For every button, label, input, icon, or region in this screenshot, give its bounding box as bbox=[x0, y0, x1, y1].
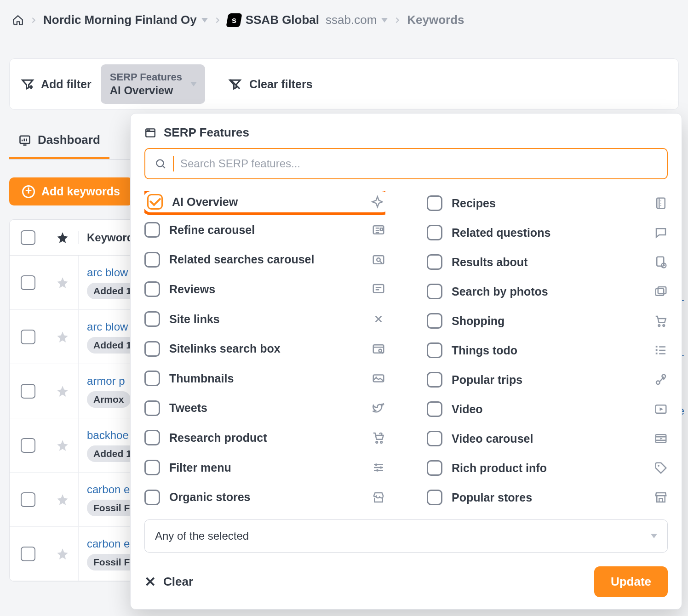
serp-option[interactable]: Filter menu bbox=[144, 456, 385, 480]
keyword-link[interactable]: arc blow bbox=[87, 266, 128, 279]
serp-option[interactable]: Popular stores bbox=[427, 485, 668, 509]
option-checkbox[interactable] bbox=[427, 490, 442, 505]
option-checkbox[interactable] bbox=[427, 254, 442, 270]
option-checkbox[interactable] bbox=[144, 430, 160, 445]
select-all-checkbox[interactable] bbox=[21, 230, 35, 245]
row-star-button[interactable] bbox=[46, 418, 79, 472]
option-checkbox[interactable] bbox=[427, 313, 442, 329]
option-checkbox[interactable] bbox=[144, 460, 160, 475]
serp-option[interactable]: Search by photos bbox=[427, 279, 668, 303]
keyword-link[interactable]: carbon e bbox=[87, 483, 130, 496]
serp-option[interactable]: Rich product info bbox=[427, 456, 668, 480]
match-mode-label: Any of the selected bbox=[155, 530, 249, 542]
keyword-tag[interactable]: Armox bbox=[87, 391, 131, 408]
breadcrumb-domain[interactable]: ssab.com bbox=[326, 13, 388, 27]
option-checkbox[interactable] bbox=[144, 281, 160, 297]
svg-point-3 bbox=[149, 130, 149, 130]
serp-option[interactable]: Reviews bbox=[144, 277, 385, 302]
option-checkbox[interactable] bbox=[144, 341, 160, 357]
serp-option[interactable]: Sitelinks search box bbox=[144, 337, 385, 361]
row-star-button[interactable] bbox=[46, 364, 79, 418]
star-icon bbox=[56, 231, 69, 244]
option-checkbox[interactable] bbox=[427, 225, 442, 240]
serp-option[interactable]: Popular trips bbox=[427, 368, 668, 392]
option-label: Tweets bbox=[169, 401, 207, 415]
option-checkbox[interactable] bbox=[427, 431, 442, 446]
row-checkbox[interactable] bbox=[21, 438, 35, 453]
row-star-button[interactable] bbox=[46, 473, 79, 526]
serp-option[interactable]: Video bbox=[427, 397, 668, 421]
filter-chip-serp-features[interactable]: SERP Features AI Overview bbox=[101, 64, 205, 104]
option-checkbox[interactable] bbox=[144, 252, 160, 268]
row-star-button[interactable] bbox=[46, 527, 79, 581]
option-checkbox[interactable] bbox=[144, 400, 160, 416]
popover-update-button[interactable]: Update bbox=[594, 566, 668, 597]
star-column-header[interactable] bbox=[46, 231, 79, 244]
row-checkbox[interactable] bbox=[21, 492, 35, 507]
option-checkbox[interactable] bbox=[427, 401, 442, 417]
option-checkbox[interactable] bbox=[427, 372, 442, 388]
match-mode-select[interactable]: Any of the selected bbox=[144, 519, 668, 553]
row-checkbox[interactable] bbox=[21, 384, 35, 399]
serp-option[interactable]: Related questions bbox=[427, 221, 668, 245]
serp-search-input[interactable] bbox=[180, 157, 658, 170]
serp-option[interactable]: Tweets bbox=[144, 396, 385, 421]
breadcrumb-org[interactable]: Nordic Morning Finland Oy bbox=[43, 13, 208, 27]
serp-option[interactable]: AI Overview bbox=[144, 191, 385, 215]
serp-option[interactable]: Site links bbox=[144, 307, 385, 331]
option-checkbox[interactable] bbox=[147, 194, 163, 210]
bird-icon bbox=[372, 401, 385, 415]
add-filter-button[interactable]: Add filter bbox=[21, 77, 92, 91]
option-checkbox[interactable] bbox=[427, 195, 442, 211]
option-label: Thumbnails bbox=[169, 372, 234, 385]
popover-update-label: Update bbox=[611, 575, 651, 588]
keyword-link[interactable]: backhoe bbox=[87, 429, 129, 441]
serp-option[interactable]: Video carousel bbox=[427, 427, 668, 451]
option-checkbox[interactable] bbox=[427, 284, 442, 299]
serp-option[interactable]: Related searches carousel bbox=[144, 248, 385, 272]
breadcrumb-project-label: SSAB Global bbox=[246, 13, 319, 27]
row-star-button[interactable] bbox=[46, 256, 79, 309]
list-icon bbox=[654, 343, 668, 357]
chevron-icon bbox=[30, 17, 37, 23]
serp-option[interactable]: Organic stores bbox=[144, 485, 385, 509]
serp-option[interactable]: Recipes bbox=[427, 191, 668, 215]
popover-clear-button[interactable]: ✕ Clear bbox=[144, 575, 193, 589]
tab-dashboard[interactable]: Dashboard bbox=[9, 133, 109, 159]
keyword-link[interactable]: carbon e bbox=[87, 537, 130, 550]
serp-option[interactable]: Things todo bbox=[427, 338, 668, 362]
add-keywords-button[interactable]: Add keywords bbox=[9, 177, 133, 205]
serp-option[interactable]: Shopping bbox=[427, 309, 668, 333]
option-checkbox[interactable] bbox=[144, 371, 160, 386]
filter-chip-title: SERP Features bbox=[110, 71, 182, 84]
serp-option[interactable]: Research product bbox=[144, 426, 385, 450]
keyword-link[interactable]: armor p bbox=[87, 375, 125, 387]
keyword-link[interactable]: arc blow bbox=[87, 320, 128, 333]
option-checkbox[interactable] bbox=[144, 222, 160, 238]
row-checkbox[interactable] bbox=[21, 330, 35, 344]
row-checkbox[interactable] bbox=[21, 275, 35, 290]
breadcrumb-project[interactable]: s SSAB Global bbox=[227, 13, 319, 27]
option-checkbox[interactable] bbox=[427, 460, 442, 476]
row-star-button[interactable] bbox=[46, 310, 79, 364]
thumb-icon bbox=[372, 371, 385, 385]
row-checkbox[interactable] bbox=[21, 547, 35, 561]
serp-option[interactable]: Results about bbox=[427, 250, 668, 274]
serp-features-popover: SERP Features AI Overview Refine carouse… bbox=[130, 113, 682, 610]
option-checkbox[interactable] bbox=[427, 342, 442, 358]
serp-option[interactable]: Thumbnails bbox=[144, 366, 385, 391]
option-label: Shopping bbox=[452, 314, 505, 328]
option-label: Search by photos bbox=[452, 285, 548, 298]
option-checkbox[interactable] bbox=[144, 311, 160, 327]
option-checkbox[interactable] bbox=[144, 490, 160, 505]
plus-circle-icon bbox=[22, 185, 35, 198]
serp-option[interactable]: Refine carousel bbox=[144, 218, 385, 242]
tab-dashboard-label: Dashboard bbox=[38, 133, 100, 147]
serp-search-input-wrap[interactable] bbox=[144, 148, 668, 179]
option-label: Recipes bbox=[452, 197, 496, 210]
sliders-icon bbox=[372, 461, 385, 474]
sparkle-icon bbox=[369, 195, 383, 209]
add-keywords-label: Add keywords bbox=[41, 185, 120, 198]
home-link[interactable] bbox=[12, 14, 24, 26]
clear-filters-button[interactable]: Clear filters bbox=[228, 77, 313, 91]
